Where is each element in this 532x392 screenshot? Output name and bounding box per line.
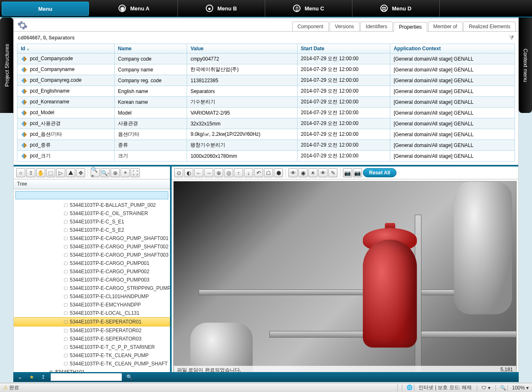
toolbar-button[interactable]: ↶ <box>254 168 263 177</box>
toolbar-button[interactable]: 📷 <box>343 168 352 177</box>
selected-separator[interactable] <box>352 223 427 364</box>
toolbar-button[interactable]: ↓ <box>244 168 253 177</box>
table-row[interactable]: pcd_EnglishnameEnglish nameSeparators201… <box>17 86 515 97</box>
tab-component[interactable]: Component <box>292 22 329 31</box>
tree-item[interactable]: 5344E103TP-E-SEPERATOR01 <box>14 317 170 326</box>
table-row[interactable]: pcd_CompanycodeCompany codecmpy004772201… <box>17 54 515 64</box>
col-start[interactable]: Start Date <box>297 44 390 54</box>
table-row[interactable]: pcd_KoreannameKorean name기수분리기2014-07-29… <box>17 97 515 108</box>
tree-item[interactable]: 5344E103TP-E-SEPERATOR02 <box>14 326 170 335</box>
edit-icon <box>21 110 27 116</box>
toolbar-button[interactable]: ✎ <box>328 168 337 177</box>
tab-realized-elements[interactable]: Realized Elements <box>463 22 516 31</box>
tree-search-input[interactable] <box>15 191 168 199</box>
tab-member-of[interactable]: Member of <box>428 22 463 31</box>
table-row[interactable]: pcd_크기크기1000x2060x1780mm2014-07-29 오전 12… <box>17 151 515 162</box>
filter-icon[interactable]: ⧩ <box>509 34 514 41</box>
tree-item[interactable]: 5344E103TP-E-CARGO_PUMP_SHAFT001 <box>14 234 170 243</box>
table-row[interactable]: pcd_사용관경사용관경32x32x15mm2014-07-29 오전 12:0… <box>17 118 515 129</box>
viewer-3d[interactable]: 파일 로딩이 완료되었습니다. 5,181 <box>173 181 517 375</box>
toolbar-button[interactable]: ⇧ <box>26 168 35 177</box>
breadcrumb: cd064667, 0, Separators <box>18 35 75 41</box>
gear-icon: ◉ <box>118 5 126 12</box>
toolbar-button[interactable]: ☀ <box>308 168 318 177</box>
toolbar-button[interactable]: ⯅ <box>66 168 75 177</box>
col-name[interactable]: Name <box>114 44 187 54</box>
tree-item[interactable]: 5344E103TP-E-C_S_E1 <box>14 218 170 226</box>
toolbar-button[interactable]: ◐ <box>184 168 193 177</box>
edit-icon <box>21 153 27 159</box>
edit-icon <box>21 132 27 137</box>
toolbar-button[interactable]: ✥ <box>76 168 85 177</box>
piping-background <box>174 181 516 374</box>
side-tab-project-structures[interactable]: Project Structures <box>0 17 13 113</box>
scale-icon: ⚖ <box>380 5 388 12</box>
toolbar-button[interactable]: ← <box>194 168 203 177</box>
toolbar-button[interactable]: ↑ <box>234 168 243 177</box>
table-row[interactable]: pcd_옵션/기타옵션/기타9.0kg/㎠, 2.2kw(1P/220V/60H… <box>17 129 515 140</box>
toolbar-button[interactable]: ▷ <box>56 168 65 177</box>
tree-item[interactable]: 5344E103TP-E-CARGO_PUMP003 <box>14 276 170 284</box>
tree-item[interactable]: 5344E103TP-E-TK_CLEAN_PUMP <box>14 351 170 360</box>
up-arrow-icon[interactable]: ↥ <box>39 373 47 381</box>
tab-identifiers[interactable]: Identifiers <box>360 22 393 31</box>
toolbar-button[interactable]: 🔍- <box>101 168 110 177</box>
toolbar-button[interactable]: ✋ <box>36 168 45 177</box>
tree-item[interactable]: 5344E103TP-E-BALLAST_PUMP_002 <box>14 201 170 209</box>
toolbar-button[interactable]: ◉ <box>298 168 308 177</box>
tree-item[interactable]: 5344E103TP-E-C_S_E2 <box>14 226 170 234</box>
toolbar-button[interactable]: 👁 <box>318 168 328 177</box>
menu-c[interactable]: ▯Menu C <box>265 0 352 17</box>
toolbar-button[interactable]: ◎ <box>224 168 233 177</box>
toolbar-button[interactable]: ⌖ <box>121 168 130 177</box>
reset-all-button[interactable]: Reset All <box>363 168 397 177</box>
tree-item[interactable]: 5344E103TP-E-CL101HANDPUMP <box>14 292 170 301</box>
toolbar-button[interactable]: ⊕ <box>111 168 120 177</box>
edit-icon <box>21 56 27 62</box>
toolbar-button[interactable]: ⊙ <box>174 168 183 177</box>
toolbar-button[interactable]: 👁 <box>288 168 298 177</box>
table-row[interactable]: pcd_Companyreg.codeCompany reg. code1138… <box>17 75 515 86</box>
menu-b[interactable]: ●Menu B <box>178 0 265 17</box>
history-icon[interactable]: ⌄ <box>16 373 24 381</box>
tree-item[interactable]: 5344E103TP-E-EMCYHANDPP <box>14 301 170 309</box>
tree-item[interactable]: 5344E103TP-E-T_C_P_P_STARINER <box>14 343 170 351</box>
toolbar-button[interactable]: ○ <box>16 168 25 177</box>
table-row[interactable]: pcd_종류종류팽창기수분리기2014-07-29 오전 12:00:00[Ge… <box>17 140 515 151</box>
col-value[interactable]: Value <box>187 44 297 54</box>
tree-item[interactable]: 5344E103TP-E-CARGO_PUMP_SHAFT002 <box>14 243 170 251</box>
side-tab-context-menu[interactable]: Context menu <box>519 17 532 113</box>
status-zoom[interactable]: 🔍 100% ▾ <box>495 385 529 391</box>
menu-d[interactable]: ⚖Menu D <box>352 0 440 17</box>
tab-properties[interactable]: Properties <box>394 22 427 32</box>
tab-versions[interactable]: Versions <box>330 22 360 31</box>
search-icon[interactable]: 🔍 <box>125 373 133 381</box>
tree-list[interactable]: 5344E103TP-E-BALLAST_PUMP_0025344E103TP-… <box>14 201 170 376</box>
col-ctx[interactable]: Application Context <box>390 44 515 54</box>
toolbar-button[interactable]: ☖ <box>264 168 273 177</box>
toolbar-button[interactable]: ⬚ <box>46 168 55 177</box>
tree-item[interactable]: 5344E103TP-E-TK_CLEAN_PUMP_SHAFT <box>14 360 170 368</box>
favorite-icon[interactable]: ★ <box>27 373 36 381</box>
menu-main[interactable]: Menu <box>2 2 89 16</box>
tree-item[interactable]: 5344E103TP-E-SEPERATOR03 <box>14 335 170 343</box>
tree-item[interactable]: 5344E103TP-E-CARGO_PUMP_SHAFT003 <box>14 251 170 259</box>
toolbar-button[interactable]: ⊕ <box>214 168 223 177</box>
tree-item[interactable]: 5344E103TP-E-CARGO_PUMP001 <box>14 259 170 267</box>
table-row[interactable]: pcd_ModelModelVARIOMAT2-2/952014-07-29 오… <box>17 108 515 118</box>
menu-a[interactable]: ◉Menu A <box>91 0 178 17</box>
status-security[interactable]: 🛡 ▾ <box>477 385 490 391</box>
table-row[interactable]: pcd_CompanynameCompany name한국에이취알산업(주)20… <box>17 64 515 75</box>
toolbar-button[interactable]: ⛶ <box>131 168 140 177</box>
toolbar-button[interactable]: → <box>204 168 213 177</box>
toolbar-button[interactable]: ⬢ <box>274 168 283 177</box>
toolbar-button[interactable]: 🔍+ <box>91 168 100 177</box>
tree-item[interactable]: 5344E103TP-E-LOCAL_CL131 <box>14 309 170 317</box>
col-id[interactable]: Id▵ <box>17 44 115 54</box>
tree-item[interactable]: 5344E103TP-E-CARGO_PUMP002 <box>14 267 170 276</box>
command-input[interactable] <box>51 373 122 381</box>
gear-icon[interactable] <box>16 20 29 31</box>
toolbar-button[interactable]: 📷 <box>353 168 362 177</box>
tree-item[interactable]: 5344E103TP-E-C_OIL_STRAINER <box>14 209 170 218</box>
tree-item[interactable]: 5344E103TP-E-CARGO_STRIPPING_PUMP <box>14 284 170 292</box>
